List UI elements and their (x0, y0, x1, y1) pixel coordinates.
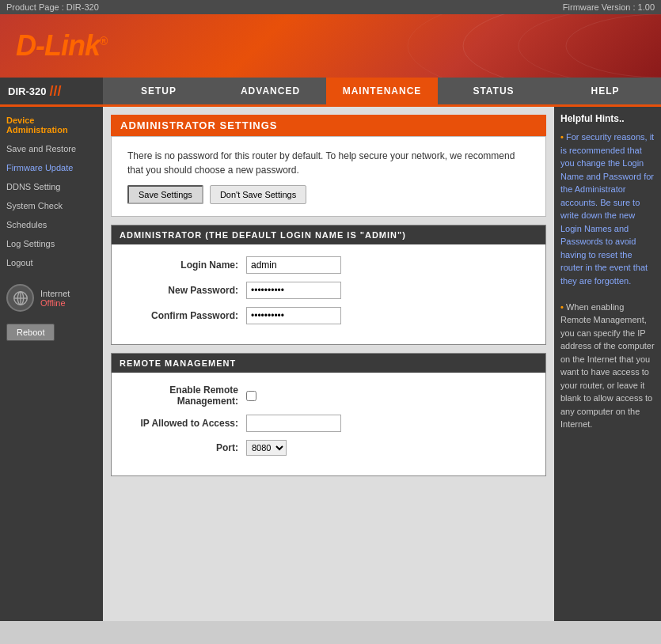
internet-icon (6, 284, 34, 312)
save-settings-button[interactable]: Save Settings (127, 185, 203, 204)
admin-settings-header: ADMINISTRATOR SETTINGS (111, 115, 546, 136)
admin-login-header: ADMINISTRATOR (THE DEFAULT LOGIN NAME IS… (112, 225, 545, 244)
enable-remote-row: Enable Remote Management: (127, 385, 530, 407)
logo-tm: ® (100, 35, 107, 47)
nav-slash: /// (49, 83, 61, 100)
login-name-input[interactable] (246, 256, 341, 274)
help-title: Helpful Hints.. (560, 113, 655, 124)
login-name-row: Login Name: (127, 256, 530, 274)
sidebar-item-log-settings[interactable]: Log Settings (0, 234, 103, 253)
login-name-label: Login Name: (127, 259, 246, 271)
hint-bullet-1: • (560, 132, 564, 142)
internet-label-group: Internet Offline (40, 289, 70, 308)
remote-management-body: Enable Remote Management: IP Allowed to … (112, 373, 545, 475)
tab-help[interactable]: HELP (549, 78, 661, 104)
tab-maintenance[interactable]: MAINTENANCE (326, 78, 438, 104)
svg-point-3 (408, 14, 661, 78)
model-label: DIR-320 (8, 85, 46, 97)
internet-offline-text: Offline (40, 298, 70, 308)
help-hint-1: • For security reasons, it is recommende… (560, 131, 655, 287)
enable-remote-label: Enable Remote Management: (127, 385, 246, 407)
svg-point-1 (519, 14, 661, 78)
content-area: ADMINISTRATOR SETTINGS There is no passw… (103, 107, 554, 621)
help-content: • For security reasons, it is recommende… (560, 131, 655, 431)
product-label: Product Page : DIR-320 (6, 2, 99, 12)
sidebar-bottom: Internet Offline Reboot (0, 272, 103, 353)
header-decoration (344, 14, 661, 78)
sidebar-item-system-check[interactable]: System Check (0, 196, 103, 215)
hint-bullet-2: • (560, 302, 564, 312)
new-password-row: New Password: (127, 282, 530, 299)
port-row: Port: 8080 80 443 8443 (127, 440, 530, 456)
port-label: Port: (127, 442, 246, 453)
new-password-label: New Password: (127, 285, 246, 296)
sidebar-item-ddns[interactable]: DDNS Setting (0, 177, 103, 196)
confirm-password-row: Confirm Password: (127, 307, 530, 324)
svg-point-2 (566, 14, 661, 78)
sidebar: Device Administration Save and Restore F… (0, 107, 103, 621)
nav-bar: DIR-320 /// SETUP ADVANCED MAINTENANCE S… (0, 78, 661, 107)
sidebar-item-schedules[interactable]: Schedules (0, 215, 103, 234)
tab-advanced[interactable]: ADVANCED (215, 78, 326, 104)
internet-text: Internet (40, 289, 70, 298)
sidebar-item-logout[interactable]: Logout (0, 253, 103, 272)
info-box: There is no password for this router by … (111, 136, 546, 217)
reboot-button[interactable]: Reboot (6, 324, 55, 341)
help-panel: Helpful Hints.. • For security reasons, … (554, 107, 661, 621)
logo-text: D-Link (16, 29, 100, 62)
ip-allowed-input[interactable] (246, 415, 341, 432)
globe-icon (12, 290, 29, 307)
logo: D-Link® (16, 29, 107, 63)
enable-remote-checkbox[interactable] (246, 391, 256, 401)
remote-management-section: REMOTE MANAGEMENT Enable Remote Manageme… (111, 353, 546, 476)
sidebar-item-save-restore[interactable]: Save and Restore (0, 139, 103, 158)
sidebar-item-firmware[interactable]: Firmware Update (0, 158, 103, 177)
svg-point-0 (463, 14, 661, 78)
hint-1-text: For security reasons, it is recommended … (560, 132, 654, 286)
tab-status[interactable]: STATUS (438, 78, 549, 104)
admin-login-section: ADMINISTRATOR (THE DEFAULT LOGIN NAME IS… (111, 225, 546, 345)
confirm-password-label: Confirm Password: (127, 310, 246, 321)
header: D-Link® (0, 14, 661, 78)
top-bar: Product Page : DIR-320 Firmware Version … (0, 0, 661, 14)
main-layout: Device Administration Save and Restore F… (0, 107, 661, 621)
new-password-input[interactable] (246, 282, 341, 299)
dont-save-settings-button[interactable]: Don't Save Settings (210, 185, 306, 204)
ip-allowed-row: IP Allowed to Access: (127, 415, 530, 432)
tab-setup[interactable]: SETUP (103, 78, 215, 104)
settings-btn-row: Save Settings Don't Save Settings (127, 185, 530, 204)
confirm-password-input[interactable] (246, 307, 341, 324)
nav-model: DIR-320 /// (0, 78, 103, 104)
admin-login-body: Login Name: New Password: Confirm Passwo… (112, 244, 545, 344)
info-text: There is no password for this router by … (127, 149, 530, 177)
remote-management-header: REMOTE MANAGEMENT (112, 354, 545, 373)
help-hint-2: • When enabling Remote Management, you c… (560, 301, 655, 431)
firmware-label: Firmware Version : 1.00 (563, 2, 655, 12)
port-select[interactable]: 8080 80 443 8443 (246, 440, 287, 456)
hint-2-text: When enabling Remote Management, you can… (560, 302, 655, 430)
sidebar-item-device-admin[interactable]: Device Administration (0, 111, 103, 139)
internet-status: Internet Offline (6, 284, 97, 312)
ip-allowed-label: IP Allowed to Access: (127, 418, 246, 429)
